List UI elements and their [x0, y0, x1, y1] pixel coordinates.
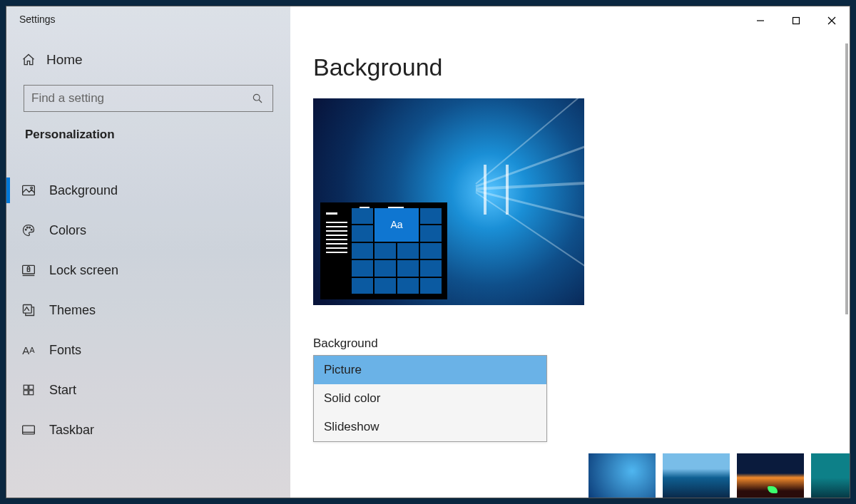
section-header: Personalization: [6, 125, 290, 148]
nav-item-background[interactable]: Background: [6, 170, 290, 210]
nav-item-colors[interactable]: Colors: [6, 210, 290, 250]
home-link[interactable]: Home: [6, 45, 290, 75]
fonts-icon: AA: [21, 342, 36, 358]
svg-point-4: [253, 94, 260, 101]
home-icon: [21, 52, 36, 68]
svg-point-11: [31, 229, 32, 230]
svg-rect-18: [24, 391, 28, 395]
thumbnail[interactable]: [588, 453, 656, 498]
dropdown-option-picture[interactable]: Picture: [314, 356, 546, 384]
nav-item-label: Start: [49, 383, 76, 398]
settings-window: Settings Home: [6, 6, 850, 498]
nav-item-taskbar[interactable]: Taskbar: [6, 410, 290, 450]
svg-rect-16: [24, 385, 28, 389]
sidebar: Settings Home: [6, 6, 290, 498]
nav-item-label: Background: [49, 183, 118, 198]
thumbnail[interactable]: [663, 453, 730, 498]
svg-rect-20: [23, 426, 35, 434]
minimize-button[interactable]: [743, 9, 778, 32]
svg-line-5: [259, 100, 262, 103]
palette-icon: [21, 222, 36, 238]
nav-item-start[interactable]: Start: [6, 370, 290, 410]
nav-item-fonts[interactable]: AA Fonts: [6, 330, 290, 370]
thumbnail[interactable]: [737, 453, 804, 498]
svg-rect-19: [29, 391, 34, 395]
search-icon: [250, 91, 265, 106]
page-title: Background: [313, 53, 835, 81]
nav-item-label: Themes: [49, 303, 96, 318]
main-content: Background Aa: [290, 6, 850, 498]
svg-point-9: [27, 227, 29, 228]
nav-item-label: Taskbar: [49, 423, 94, 438]
nav-item-label: Fonts: [49, 343, 81, 358]
nav-item-label: Lock screen: [49, 263, 118, 278]
svg-point-10: [29, 227, 31, 228]
dropdown-option-solid-color[interactable]: Solid color: [314, 384, 546, 413]
close-button[interactable]: [814, 9, 850, 32]
desktop-preview: Aa: [313, 98, 584, 305]
maximize-button[interactable]: [778, 9, 814, 32]
nav: Background Colors Lock screen: [6, 170, 290, 450]
app-title: Settings: [6, 6, 290, 38]
thumbnail[interactable]: [811, 453, 850, 498]
svg-rect-14: [27, 269, 29, 271]
svg-rect-1: [793, 18, 800, 24]
preview-sample-tile: Aa: [374, 208, 419, 242]
nav-item-lock-screen[interactable]: Lock screen: [6, 250, 290, 290]
start-icon: [21, 382, 36, 398]
svg-rect-17: [29, 385, 34, 389]
taskbar-icon: [21, 422, 36, 438]
title-bar: [743, 6, 850, 35]
nav-item-label: Colors: [49, 223, 86, 238]
svg-point-8: [25, 229, 26, 230]
home-label: Home: [46, 52, 83, 68]
preview-start-menu: Aa: [320, 202, 447, 299]
themes-icon: [21, 302, 36, 318]
picture-icon: [21, 182, 36, 198]
background-dropdown[interactable]: Picture Solid color Slideshow: [313, 355, 547, 442]
svg-rect-15: [24, 305, 32, 314]
recent-images: [588, 453, 850, 498]
svg-point-7: [31, 187, 33, 189]
background-dropdown-label: Background: [313, 336, 835, 351]
search-box[interactable]: [24, 85, 273, 112]
dropdown-option-slideshow[interactable]: Slideshow: [314, 413, 546, 441]
lock-screen-icon: [21, 262, 36, 278]
search-input[interactable]: [31, 91, 250, 106]
nav-item-themes[interactable]: Themes: [6, 290, 290, 330]
